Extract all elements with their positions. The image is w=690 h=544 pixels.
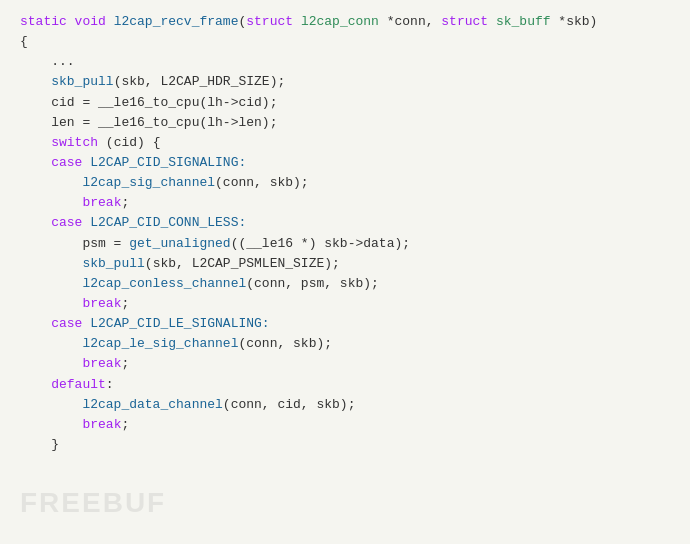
code-line: switch (cid) {: [20, 133, 670, 153]
code-line: break;: [20, 415, 670, 435]
code-line: break;: [20, 354, 670, 374]
code-line: ...: [20, 52, 670, 72]
code-line: }: [20, 435, 670, 455]
code-line: cid = __le16_to_cpu(lh->cid);: [20, 93, 670, 113]
code-line: skb_pull(skb, L2CAP_PSMLEN_SIZE);: [20, 254, 670, 274]
code-content: static void l2cap_recv_frame(struct l2ca…: [20, 12, 670, 455]
watermark-logo: FREEBUF: [20, 481, 166, 524]
code-line: static void l2cap_recv_frame(struct l2ca…: [20, 12, 670, 32]
code-line: case L2CAP_CID_SIGNALING:: [20, 153, 670, 173]
code-line: skb_pull(skb, L2CAP_HDR_SIZE);: [20, 72, 670, 92]
code-line: break;: [20, 294, 670, 314]
code-line: {: [20, 32, 670, 52]
code-line: case L2CAP_CID_LE_SIGNALING:: [20, 314, 670, 334]
code-line: len = __le16_to_cpu(lh->len);: [20, 113, 670, 133]
code-line: l2cap_sig_channel(conn, skb);: [20, 173, 670, 193]
code-line: l2cap_le_sig_channel(conn, skb);: [20, 334, 670, 354]
code-line: default:: [20, 375, 670, 395]
code-line: psm = get_unaligned((__le16 *) skb->data…: [20, 234, 670, 254]
code-line: break;: [20, 193, 670, 213]
code-line: l2cap_data_channel(conn, cid, skb);: [20, 395, 670, 415]
code-line: l2cap_conless_channel(conn, psm, skb);: [20, 274, 670, 294]
code-line: case L2CAP_CID_CONN_LESS:: [20, 213, 670, 233]
code-block: static void l2cap_recv_frame(struct l2ca…: [0, 0, 690, 544]
